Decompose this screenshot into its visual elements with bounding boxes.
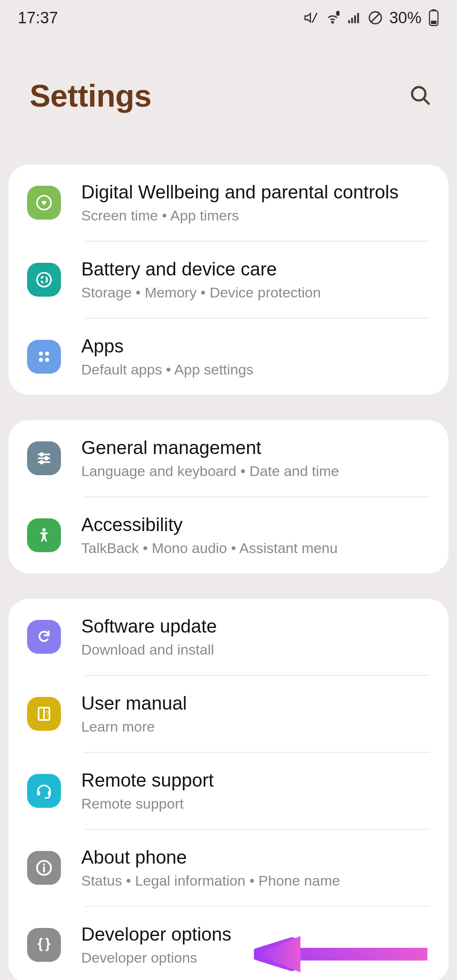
row-title: Software update bbox=[81, 614, 430, 638]
row-subtitle: Screen time • App timers bbox=[81, 206, 430, 225]
settings-row-general-management[interactable]: General management Language and keyboard… bbox=[8, 420, 449, 496]
apps-icon bbox=[27, 340, 61, 374]
signal-icon bbox=[347, 11, 361, 25]
svg-point-19 bbox=[39, 358, 43, 362]
row-subtitle: Remote support bbox=[81, 794, 430, 813]
page-title: Settings bbox=[30, 78, 151, 114]
settings-row-developer-options[interactable]: Developer options Developer options bbox=[8, 907, 449, 980]
row-subtitle: Status • Legal information • Phone name bbox=[81, 871, 430, 890]
settings-row-remote-support[interactable]: Remote support Remote support bbox=[8, 753, 449, 829]
svg-line-0 bbox=[312, 13, 317, 23]
row-subtitle: Language and keyboard • Date and time bbox=[81, 462, 430, 480]
svg-rect-31 bbox=[37, 791, 40, 796]
row-subtitle: TalkBack • Mono audio • Assistant menu bbox=[81, 539, 430, 557]
no-sim-icon bbox=[368, 11, 383, 25]
row-subtitle: Download and install bbox=[81, 640, 430, 659]
row-subtitle: Storage • Memory • Device protection bbox=[81, 283, 430, 302]
update-icon bbox=[27, 620, 61, 654]
svg-line-13 bbox=[424, 98, 429, 103]
row-subtitle: Developer options bbox=[81, 948, 430, 967]
page-header: Settings bbox=[0, 36, 457, 165]
braces-icon bbox=[27, 928, 61, 962]
row-title: Digital Wellbeing and parental controls bbox=[81, 180, 430, 204]
svg-point-25 bbox=[45, 457, 48, 460]
headset-icon bbox=[27, 774, 61, 808]
row-subtitle: Default apps • App settings bbox=[81, 360, 430, 379]
svg-point-1 bbox=[332, 22, 333, 23]
row-title: Apps bbox=[81, 334, 430, 358]
svg-point-35 bbox=[43, 863, 45, 865]
row-title: General management bbox=[81, 436, 430, 459]
manual-icon: ? bbox=[27, 697, 61, 731]
svg-rect-32 bbox=[48, 791, 51, 796]
svg-rect-4 bbox=[351, 18, 353, 23]
device-care-icon bbox=[27, 263, 61, 297]
row-title: About phone bbox=[81, 845, 430, 869]
settings-group: Digital Wellbeing and parental controls … bbox=[8, 165, 449, 395]
info-icon bbox=[27, 851, 61, 885]
svg-point-26 bbox=[40, 461, 43, 464]
row-title: Remote support bbox=[81, 768, 430, 792]
row-title: User manual bbox=[81, 691, 430, 715]
row-title: Accessibility bbox=[81, 513, 430, 536]
settings-group: General management Language and keyboard… bbox=[8, 420, 449, 573]
settings-row-user-manual[interactable]: ? User manual Learn more bbox=[8, 676, 449, 752]
svg-point-20 bbox=[45, 358, 50, 362]
mute-vibrate-icon bbox=[304, 11, 318, 25]
accessibility-icon bbox=[27, 518, 61, 552]
svg-point-24 bbox=[40, 453, 43, 456]
svg-point-18 bbox=[45, 352, 50, 356]
svg-rect-11 bbox=[431, 21, 436, 24]
settings-row-software-update[interactable]: Software update Download and install bbox=[8, 599, 449, 675]
row-title: Battery and device care bbox=[81, 257, 430, 281]
wifi-icon: 6 bbox=[325, 10, 340, 25]
row-subtitle: Learn more bbox=[81, 717, 430, 736]
settings-row-accessibility[interactable]: Accessibility TalkBack • Mono audio • As… bbox=[8, 497, 449, 573]
settings-row-about-phone[interactable]: About phone Status • Legal information •… bbox=[8, 830, 449, 906]
settings-row-apps[interactable]: Apps Default apps • App settings bbox=[8, 319, 449, 395]
svg-point-15 bbox=[37, 273, 51, 287]
status-time: 17:37 bbox=[18, 9, 58, 27]
search-icon bbox=[409, 84, 432, 108]
svg-rect-6 bbox=[357, 13, 359, 23]
svg-rect-5 bbox=[354, 15, 356, 23]
heart-circle-icon bbox=[27, 186, 61, 220]
status-indicators: 6 30% bbox=[304, 9, 439, 27]
battery-icon bbox=[428, 9, 439, 26]
battery-text: 30% bbox=[389, 9, 421, 27]
settings-group: Software update Download and install ? U… bbox=[8, 599, 449, 980]
row-title: Developer options bbox=[81, 922, 430, 946]
status-bar: 17:37 6 30% bbox=[0, 0, 457, 36]
svg-text:?: ? bbox=[46, 710, 50, 718]
settings-row-battery-device-care[interactable]: Battery and device care Storage • Memory… bbox=[8, 242, 449, 318]
svg-point-16 bbox=[41, 277, 47, 283]
search-button[interactable] bbox=[406, 82, 434, 110]
sliders-icon bbox=[27, 441, 61, 475]
svg-text:6: 6 bbox=[336, 11, 339, 17]
svg-point-27 bbox=[42, 528, 46, 531]
svg-point-17 bbox=[39, 352, 43, 356]
settings-row-digital-wellbeing[interactable]: Digital Wellbeing and parental controls … bbox=[8, 165, 449, 241]
svg-rect-3 bbox=[348, 20, 350, 23]
svg-line-8 bbox=[371, 14, 380, 22]
